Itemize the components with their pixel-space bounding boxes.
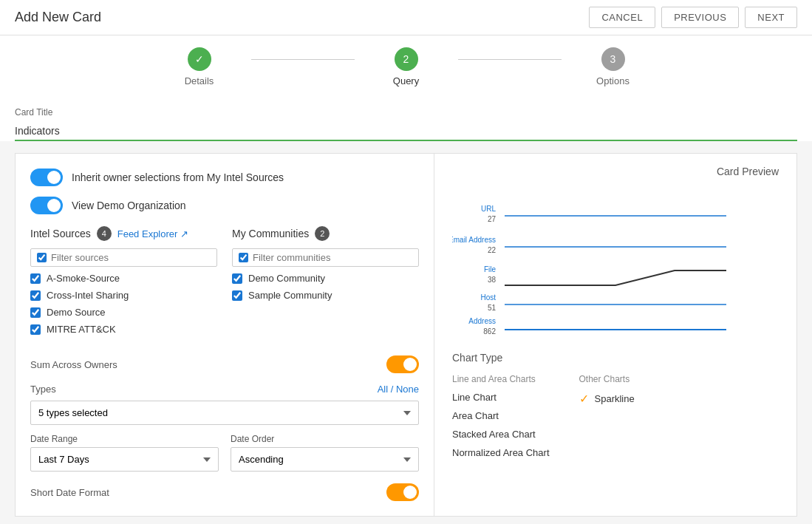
communities-col: My Communities 2 Demo Community Sample C… (232, 226, 419, 341)
view-demo-toggle-row: View Demo Organization (30, 197, 419, 214)
community-item-demo: Demo Community (232, 273, 419, 284)
source-checkbox-demo[interactable] (30, 307, 41, 318)
svg-text:URL: URL (481, 205, 496, 213)
source-checkbox-cross[interactable] (30, 290, 41, 301)
svg-text:862: 862 (483, 327, 496, 336)
short-date-toggle[interactable] (386, 483, 419, 501)
sum-owners-toggle[interactable] (386, 355, 419, 373)
source-item-smoke: A-Smoke-Source (30, 273, 217, 284)
main-content: Inherit owner selections from My Intel S… (15, 153, 797, 517)
date-range-label: Date Range (30, 434, 219, 444)
communities-filter-box (232, 248, 419, 267)
communities-filter-checkbox[interactable] (239, 253, 248, 262)
intel-sources-title: Intel Sources (30, 228, 91, 239)
intel-sources-header: Intel Sources 4 Feed Explorer ↗ (30, 226, 217, 241)
chart-type-line[interactable]: Line Chart (452, 392, 550, 403)
date-range-select[interactable]: Last 7 Days Last 30 Days Last 90 Days Cu… (30, 447, 219, 472)
step-options-label: Options (596, 75, 630, 86)
intel-sources-filter-box (30, 248, 217, 267)
date-order-label: Date Order (231, 434, 419, 444)
community-item-sample: Sample Community (232, 290, 419, 301)
svg-text:File: File (484, 265, 497, 273)
chart-svg: URL 27 Email Address 22 File 38 Host 51 … (452, 189, 779, 337)
card-title-input[interactable] (15, 122, 797, 141)
chart-type-area[interactable]: Area Chart (452, 410, 550, 421)
communities-header: My Communities 2 (232, 226, 419, 241)
date-row: Date Range Last 7 Days Last 30 Days Last… (30, 434, 419, 472)
community-label-sample: Sample Community (248, 290, 332, 301)
step-details-label: Details (185, 75, 214, 86)
left-panel: Inherit owner selections from My Intel S… (16, 154, 434, 516)
intel-sources-filter-checkbox[interactable] (37, 253, 47, 262)
step-query: 2 Query (355, 47, 458, 86)
header: Add New Card CANCEL PREVIOUS NEXT (0, 0, 812, 35)
sparkline-check-icon: ✓ (579, 392, 589, 406)
svg-text:Address: Address (468, 317, 496, 325)
header-actions: CANCEL PREVIOUS NEXT (589, 7, 797, 28)
card-title-section: Card Title (0, 95, 812, 141)
chart-type-title: Chart Type (452, 352, 779, 364)
feed-explorer-link[interactable]: Feed Explorer ↗ (117, 228, 188, 239)
source-item-demo: Demo Source (30, 307, 217, 318)
chart-type-normalized[interactable]: Normalized Area Chart (452, 447, 550, 458)
source-label-mitre: MITRE ATT&CK (47, 324, 116, 335)
all-none-toggle[interactable]: All / None (378, 384, 419, 395)
chart-type-sparkline[interactable]: ✓ Sparkline (579, 392, 635, 406)
date-range-col: Date Range Last 7 Days Last 30 Days Last… (30, 434, 219, 472)
other-col: Other Charts ✓ Sparkline (579, 374, 635, 466)
step-connector-1 (251, 59, 355, 60)
step-query-circle: 2 (395, 47, 418, 71)
chart-area: URL 27 Email Address 22 File 38 Host 51 … (452, 189, 779, 337)
svg-text:51: 51 (488, 304, 497, 312)
intel-sources-count: 4 (97, 226, 112, 241)
all-label: All (378, 384, 388, 395)
date-order-select[interactable]: Ascending Descending (231, 447, 419, 472)
chart-type-section: Chart Type Line and Area Charts Line Cha… (452, 352, 779, 466)
date-order-col: Date Order Ascending Descending (231, 434, 419, 472)
community-checkbox-demo[interactable] (232, 273, 242, 284)
community-label-demo: Demo Community (248, 273, 325, 284)
inherit-toggle-row: Inherit owner selections from My Intel S… (30, 169, 419, 186)
short-date-row: Short Date Format (30, 483, 419, 501)
step-options: 3 Options (562, 47, 665, 86)
chart-type-sparkline-label: Sparkline (595, 393, 635, 404)
sources-cols: Intel Sources 4 Feed Explorer ↗ A-Smoke-… (30, 226, 419, 341)
sources-section: Intel Sources 4 Feed Explorer ↗ A-Smoke-… (30, 226, 419, 341)
types-label: Types (30, 384, 56, 395)
svg-text:Host: Host (480, 293, 496, 302)
step-connector-2 (458, 59, 562, 60)
other-col-title: Other Charts (579, 374, 635, 384)
source-checkbox-smoke[interactable] (30, 273, 41, 284)
community-checkbox-sample[interactable] (232, 290, 242, 301)
svg-text:Email Address: Email Address (452, 236, 496, 244)
inherit-toggle-label: Inherit owner selections from My Intel S… (72, 171, 284, 183)
cancel-button[interactable]: CANCEL (589, 7, 655, 28)
communities-filter-input[interactable] (253, 252, 412, 263)
source-item-cross: Cross-Intel Sharing (30, 290, 217, 301)
intel-sources-filter-input[interactable] (51, 252, 211, 263)
chart-type-normalized-label: Normalized Area Chart (452, 447, 550, 458)
chart-type-line-label: Line Chart (452, 392, 497, 403)
types-header-row: Types All / None (30, 384, 419, 395)
chart-type-area-label: Area Chart (452, 410, 499, 421)
view-demo-toggle-label: View Demo Organization (72, 200, 186, 211)
source-label-smoke: A-Smoke-Source (47, 273, 120, 284)
right-panel: Card Preview URL 27 Email Address 22 Fil… (434, 154, 796, 516)
step-options-circle: 3 (601, 47, 625, 71)
source-item-mitre: MITRE ATT&CK (30, 324, 217, 335)
previous-button[interactable]: PREVIOUS (661, 7, 739, 28)
chart-type-cols: Line and Area Charts Line Chart Area Cha… (452, 374, 779, 466)
types-dropdown[interactable]: 5 types selected (30, 401, 419, 425)
sum-owners-label: Sum Across Owners (30, 359, 117, 370)
short-date-label: Short Date Format (30, 487, 109, 498)
source-checkbox-mitre[interactable] (30, 324, 41, 335)
communities-count: 2 (315, 226, 330, 241)
line-area-col: Line and Area Charts Line Chart Area Cha… (452, 374, 550, 466)
view-demo-toggle[interactable] (30, 197, 63, 214)
next-button[interactable]: NEXT (745, 7, 797, 28)
source-label-cross: Cross-Intel Sharing (47, 290, 129, 301)
step-query-label: Query (393, 75, 419, 86)
inherit-toggle[interactable] (30, 169, 63, 186)
card-preview-title: Card Preview (452, 166, 779, 177)
chart-type-stacked[interactable]: Stacked Area Chart (452, 429, 550, 440)
